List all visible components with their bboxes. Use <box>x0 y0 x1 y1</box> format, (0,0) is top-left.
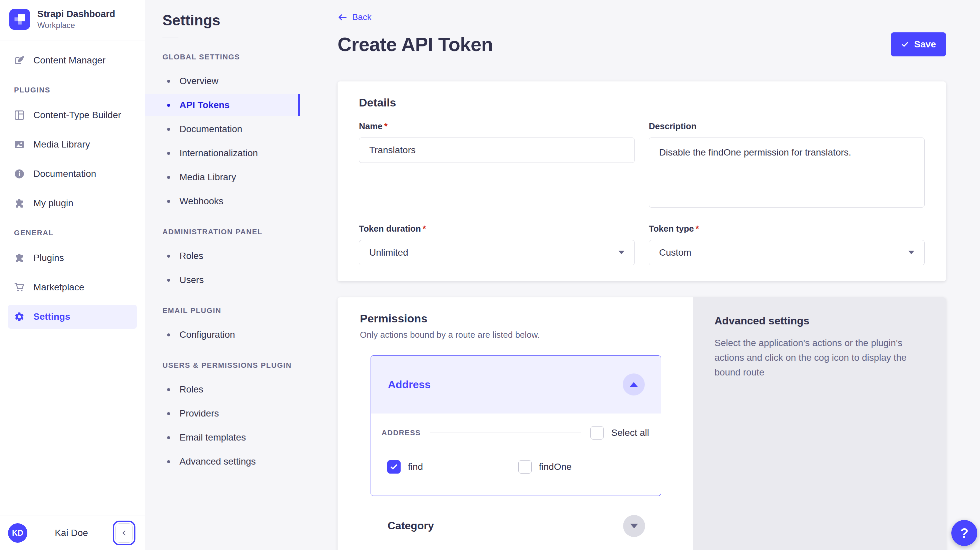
subnav-item-overview[interactable]: Overview <box>145 70 300 92</box>
sidebar-item-marketplace[interactable]: Marketplace <box>8 275 137 300</box>
sidebar-item-my-plugin[interactable]: My plugin <box>8 191 137 215</box>
bullet-icon <box>167 279 170 282</box>
accordion-title: Address <box>388 378 431 391</box>
token-duration-select[interactable]: Unlimited <box>359 240 635 265</box>
permission-actions: find findOne <box>387 460 649 473</box>
user-name: Kai Doe <box>27 528 115 538</box>
subnav-item-email-templates[interactable]: Email templates <box>145 427 300 448</box>
subnav-item-label: Providers <box>180 408 219 419</box>
subnav-item-label: Documentation <box>180 124 242 134</box>
subnav-item-label: Roles <box>180 250 204 261</box>
subnav-item-providers[interactable]: Providers <box>145 402 300 424</box>
subnav-title-divider <box>162 37 178 37</box>
arrow-left-icon <box>337 12 348 22</box>
subnav-item-webhooks[interactable]: Webhooks <box>145 190 300 212</box>
required-mark: * <box>384 121 388 131</box>
subnav-item-label: Webhooks <box>180 196 223 207</box>
sidebar-item-plugins[interactable]: Plugins <box>8 246 137 270</box>
sidebar-item-label: My plugin <box>33 198 73 209</box>
bullet-icon <box>167 460 170 463</box>
permissions-heading: Permissions <box>360 312 672 325</box>
layout-icon <box>14 110 25 121</box>
token-type-select[interactable]: Custom <box>649 240 924 265</box>
main-sidebar: Strapi Dashboard Workplace Content Manag… <box>0 0 145 550</box>
label-text: Token type <box>649 223 694 234</box>
sidebar-item-label: Content Manager <box>33 55 105 66</box>
subnav-title: Settings <box>162 12 300 29</box>
chevron-down-icon <box>908 250 914 254</box>
sidebar-item-label: Media Library <box>33 139 90 150</box>
page-header: Create API Token Save <box>337 32 946 56</box>
collapse-accordion-button[interactable] <box>623 373 645 395</box>
accordion-address-header[interactable]: Address <box>371 356 661 413</box>
subnav-item-configuration[interactable]: Configuration <box>145 324 300 346</box>
select-all-label: Select all <box>611 427 649 438</box>
sidebar-item-label: Content-Type Builder <box>33 110 121 121</box>
collapse-sidebar-button[interactable] <box>115 523 133 543</box>
user-avatar[interactable]: KD <box>8 523 27 543</box>
back-label: Back <box>352 12 372 22</box>
description-textarea[interactable]: Disable the findOne permission for trans… <box>649 137 924 207</box>
subnav-item-advanced-settings[interactable]: Advanced settings <box>145 451 300 473</box>
description-label: Description <box>649 121 924 131</box>
accordion-category-header[interactable]: Category <box>371 510 661 542</box>
subnav-item-label: Internationalization <box>180 148 258 158</box>
name-input[interactable] <box>359 137 635 163</box>
select-all-control[interactable]: Select all <box>590 426 649 440</box>
details-heading: Details <box>359 96 924 109</box>
bullet-icon <box>167 152 170 155</box>
chevron-up-icon <box>630 382 638 387</box>
sidebar-item-settings[interactable]: Settings <box>8 305 137 329</box>
permission-action-findone[interactable]: findOne <box>519 460 649 473</box>
action-label: find <box>408 462 423 472</box>
bullet-icon <box>167 255 170 258</box>
subnav-item-users[interactable]: Users <box>145 269 300 291</box>
help-button[interactable]: ? <box>951 520 977 546</box>
name-label: Name * <box>359 121 635 131</box>
subnav-item-label: Users <box>180 275 204 285</box>
description-field-group: Description Disable the findOne permissi… <box>649 121 924 209</box>
subnav-item-media-library[interactable]: Media Library <box>145 166 300 188</box>
save-button[interactable]: Save <box>891 32 946 56</box>
permissions-subtitle: Only actions bound by a route are listed… <box>360 330 672 340</box>
token-type-field-group: Token type * Custom <box>649 223 924 265</box>
subnav-group-email-plugin: EMAIL PLUGIN <box>162 306 300 315</box>
sidebar-footer: KD Kai Doe <box>0 516 145 550</box>
required-mark: * <box>423 223 426 234</box>
sidebar-item-documentation[interactable]: Documentation <box>8 162 137 186</box>
sidebar-item-content-type-builder[interactable]: Content-Type Builder <box>8 103 137 127</box>
subnav-item-api-tokens[interactable]: API Tokens <box>145 94 300 116</box>
subnav-item-documentation[interactable]: Documentation <box>145 118 300 140</box>
subnav-group-administration-panel: ADMINISTRATION PANEL <box>162 228 300 236</box>
bullet-icon <box>167 128 170 131</box>
sidebar-item-label: Marketplace <box>33 282 84 293</box>
subnav-item-internationalization[interactable]: Internationalization <box>145 142 300 164</box>
main-content: Back Create API Token Save Details Name <box>300 0 980 550</box>
workspace-brand[interactable]: Strapi Dashboard Workplace <box>0 0 145 40</box>
expand-accordion-button[interactable] <box>623 515 645 537</box>
subnav-item-label: Overview <box>180 76 218 86</box>
advanced-settings-body: Select the application's actions or the … <box>714 336 924 380</box>
bullet-icon <box>167 333 170 336</box>
sidebar-item-label: Plugins <box>33 253 64 263</box>
brand-subtitle: Workplace <box>37 21 115 30</box>
accordion-address-body: ADDRESS Select all <box>371 413 661 496</box>
permission-action-find[interactable]: find <box>387 460 519 473</box>
name-field-group: Name * <box>359 121 635 209</box>
subnav-item-roles-admin[interactable]: Roles <box>145 245 300 267</box>
sidebar-nav: Content Manager PLUGINS Content-Type Bui… <box>0 40 145 516</box>
puzzle-icon <box>14 253 25 263</box>
chevron-down-icon <box>630 524 638 528</box>
sidebar-item-content-manager[interactable]: Content Manager <box>8 48 137 72</box>
bullet-icon <box>167 104 170 107</box>
bullet-icon <box>167 176 170 179</box>
find-checkbox[interactable] <box>387 460 401 473</box>
details-form: Name * Description Disable the findOne p… <box>359 121 924 265</box>
token-duration-field-group: Token duration * Unlimited <box>359 223 635 265</box>
subnav-item-roles-up[interactable]: Roles <box>145 378 300 400</box>
save-label: Save <box>914 39 936 50</box>
sidebar-item-media-library[interactable]: Media Library <box>8 132 137 156</box>
findone-checkbox[interactable] <box>519 460 532 473</box>
back-link[interactable]: Back <box>337 12 372 22</box>
select-all-checkbox[interactable] <box>590 426 604 440</box>
